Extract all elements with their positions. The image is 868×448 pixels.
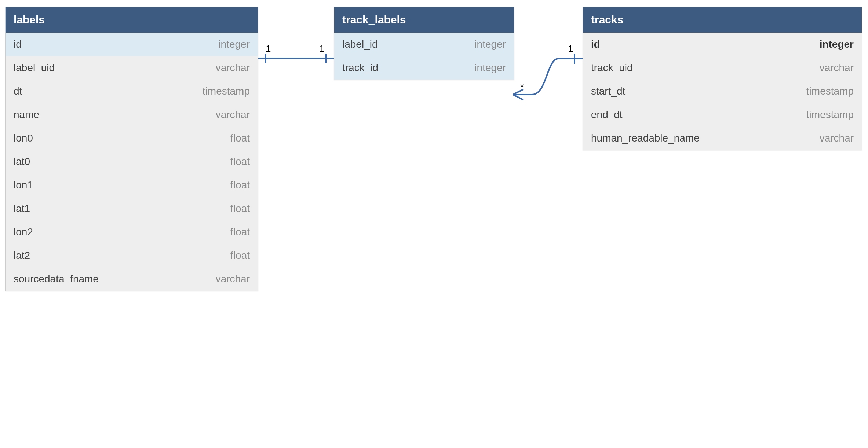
column-type: varchar: [820, 62, 854, 74]
entity-title: tracks: [583, 7, 862, 33]
column-type: timestamp: [806, 85, 854, 97]
column-type: integer: [474, 62, 506, 74]
column-name: lat2: [14, 250, 30, 261]
er-diagram-canvas: 1 1 * 1 labels id integer label_uid varc…: [0, 0, 868, 448]
column-row[interactable]: lat2 float: [6, 244, 258, 267]
column-type: float: [230, 203, 250, 214]
column-row[interactable]: id integer: [6, 33, 258, 56]
column-name: lon1: [14, 179, 33, 191]
entity-body: id integer track_uid varchar start_dt ti…: [583, 33, 862, 150]
entity-title: labels: [6, 7, 258, 33]
column-name: id: [14, 38, 22, 50]
column-type: integer: [820, 38, 854, 50]
column-row[interactable]: id integer: [583, 33, 862, 56]
column-row[interactable]: end_dt timestamp: [583, 103, 862, 126]
column-row[interactable]: lat0 float: [6, 150, 258, 173]
column-type: varchar: [216, 109, 250, 121]
column-type: integer: [474, 38, 506, 50]
column-name: dt: [14, 85, 22, 97]
entity-body: label_id integer track_id integer: [334, 33, 514, 80]
column-type: float: [230, 226, 250, 238]
rel-labels-to-tracklabels: [258, 54, 334, 63]
column-type: float: [230, 250, 250, 261]
cardinality-label: 1: [266, 43, 271, 55]
entity-labels[interactable]: labels id integer label_uid varchar dt t…: [5, 7, 258, 291]
column-row[interactable]: name varchar: [6, 103, 258, 126]
column-row[interactable]: label_uid varchar: [6, 56, 258, 80]
column-type: varchar: [216, 62, 250, 74]
column-row[interactable]: lon0 float: [6, 126, 258, 150]
column-name: label_uid: [14, 62, 55, 74]
column-name: lon0: [14, 132, 33, 144]
column-type: integer: [218, 38, 250, 50]
cardinality-label: 1: [319, 43, 324, 55]
entity-track-labels[interactable]: track_labels label_id integer track_id i…: [334, 7, 514, 80]
column-row[interactable]: lon2 float: [6, 220, 258, 244]
column-row[interactable]: track_id integer: [334, 56, 514, 80]
column-name: sourcedata_fname: [14, 273, 99, 285]
cardinality-label: 1: [568, 43, 573, 55]
cardinality-label: *: [520, 81, 524, 93]
column-name: track_id: [342, 62, 378, 74]
column-name: id: [591, 38, 600, 50]
entity-title: track_labels: [334, 7, 514, 33]
column-row[interactable]: lat1 float: [6, 197, 258, 220]
column-type: varchar: [216, 273, 250, 285]
column-name: end_dt: [591, 109, 623, 121]
column-type: float: [230, 179, 250, 191]
column-name: name: [14, 109, 39, 121]
column-type: varchar: [820, 132, 854, 144]
column-type: timestamp: [203, 85, 250, 97]
column-name: lat1: [14, 203, 30, 214]
entity-body: id integer label_uid varchar dt timestam…: [6, 33, 258, 291]
column-type: timestamp: [806, 109, 854, 121]
column-name: lat0: [14, 156, 30, 168]
column-name: human_readable_name: [591, 132, 700, 144]
column-row[interactable]: track_uid varchar: [583, 56, 862, 80]
column-type: float: [230, 156, 250, 168]
column-name: label_id: [342, 38, 378, 50]
column-row[interactable]: human_readable_name varchar: [583, 126, 862, 150]
column-row[interactable]: lon1 float: [6, 173, 258, 197]
entity-tracks[interactable]: tracks id integer track_uid varchar star…: [583, 7, 862, 150]
column-row[interactable]: dt timestamp: [6, 80, 258, 103]
column-row[interactable]: start_dt timestamp: [583, 80, 862, 103]
column-row[interactable]: sourcedata_fname varchar: [6, 267, 258, 291]
column-name: track_uid: [591, 62, 633, 74]
column-row[interactable]: label_id integer: [334, 33, 514, 56]
column-name: start_dt: [591, 85, 625, 97]
column-type: float: [230, 132, 250, 144]
column-name: lon2: [14, 226, 33, 238]
rel-tracklabels-to-tracks: [513, 54, 583, 100]
